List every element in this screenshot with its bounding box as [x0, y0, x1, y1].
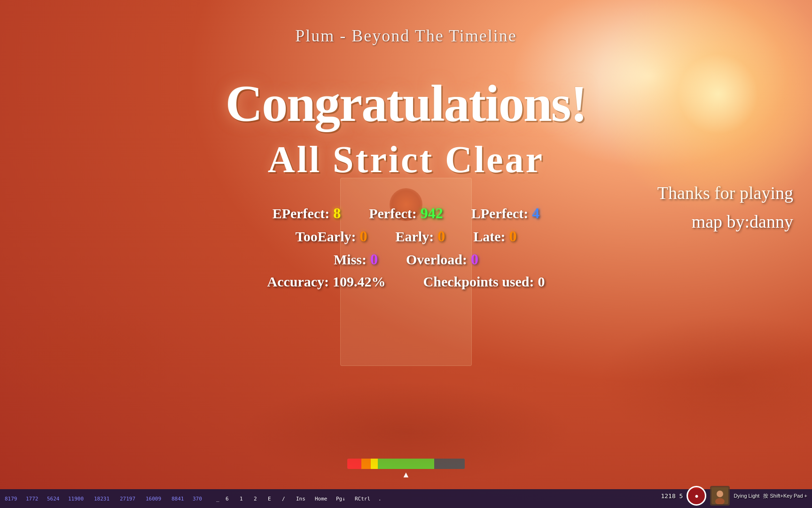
song-title: Plum - Beyond The Timeline — [295, 26, 516, 46]
kb-num-6: 27197 — [120, 496, 146, 502]
keyboard-numbers-row: 8179 1772 5624 11900 18231 27197 16009 8… — [5, 496, 211, 502]
lperfect-label: LPerfect: — [471, 206, 529, 222]
early-label: Early: — [395, 229, 434, 245]
late-value: 0 — [509, 228, 516, 245]
kb-key-home: Home — [315, 496, 336, 502]
overload-stat: Overload: 0 — [406, 251, 478, 268]
score-display: 1218 5 — [661, 492, 683, 500]
kb-key-dot: . — [378, 496, 385, 502]
tooearly-label: TooEarly: — [296, 229, 356, 245]
keyboard-keys-row: _ 6 1 2 E / Ins Home Pg↓ RCtrl . — [216, 496, 385, 502]
checkpoints-value: 0 — [538, 274, 545, 290]
kb-key-slash: / — [282, 496, 296, 502]
kb-key-6: 6 — [226, 496, 240, 502]
kb-key-pgdn: Pg↓ — [336, 496, 355, 502]
avatar-icon — [711, 487, 728, 504]
kb-key-1: 1 — [240, 496, 254, 502]
kb-key-rctrl: RCtrl — [355, 496, 378, 502]
eperfect-value: 8 — [333, 205, 341, 222]
kb-num-7: 16009 — [146, 496, 172, 502]
accuracy-row: Accuracy: 109.42% Checkpoints used: 0 — [267, 274, 545, 290]
stats-row-3: Miss: 0 Overload: 0 — [334, 251, 478, 268]
svg-point-1 — [717, 491, 723, 497]
kb-num-5: 18231 — [94, 496, 120, 502]
kb-num-8: 8841 — [172, 496, 193, 502]
clear-type-text: All Strict Clear — [268, 138, 544, 181]
perfect-value: 942 — [421, 205, 443, 222]
early-stat: Early: 0 — [395, 228, 445, 245]
avatar-box — [710, 486, 730, 506]
perfect-stat: Perfect: 942 — [369, 205, 443, 222]
miss-value: 0 — [370, 251, 378, 268]
kb-num-1: 8179 — [5, 496, 26, 502]
kb-key-2: 2 — [254, 496, 268, 502]
late-label: Late: — [473, 229, 505, 245]
kb-key-ins: Ins — [296, 496, 315, 502]
accuracy-stat: Accuracy: 109.42% — [267, 274, 386, 290]
content: Plum - Beyond The Timeline Congratulatio… — [0, 0, 812, 508]
stats-container: EPerfect: 8 Perfect: 942 LPerfect: 4 Too… — [267, 205, 545, 290]
checkpoints-stat: Checkpoints used: 0 — [423, 274, 545, 290]
accuracy-label: Accuracy: — [267, 274, 329, 290]
kb-num-4: 11900 — [68, 496, 94, 502]
congratulations-text: Congratulations! — [226, 74, 587, 134]
eperfect-label: EPerfect: — [273, 206, 330, 222]
overload-label: Overload: — [406, 252, 467, 268]
stats-row-2: TooEarly: 0 Early: 0 Late: 0 — [296, 228, 517, 245]
kb-key-underscore: _ — [216, 496, 226, 502]
overload-value: 0 — [471, 251, 478, 268]
checkpoints-label: Checkpoints used: — [423, 274, 534, 290]
miss-label: Miss: — [334, 252, 367, 268]
perfect-label: Perfect: — [369, 206, 417, 222]
kb-num-3: 5624 — [47, 496, 68, 502]
kb-num-9: 370 — [193, 496, 211, 502]
lperfect-stat: LPerfect: 4 — [471, 205, 540, 222]
tooearly-value: 0 — [359, 228, 367, 245]
eperfect-stat: EPerfect: 8 — [273, 205, 341, 222]
circle-indicator: ● — [687, 486, 706, 506]
brightness-label: Dying Light — [734, 493, 759, 499]
accuracy-value: 109.42% — [333, 274, 386, 290]
stats-row-1: EPerfect: 8 Perfect: 942 LPerfect: 4 — [273, 205, 540, 222]
miss-stat: Miss: 0 — [334, 251, 378, 268]
kb-key-e: E — [268, 496, 282, 502]
tooearly-stat: TooEarly: 0 — [296, 228, 367, 245]
lperfect-value: 4 — [532, 205, 539, 222]
late-stat: Late: 0 — [473, 228, 516, 245]
early-value: 0 — [437, 228, 445, 245]
kb-num-2: 1772 — [26, 496, 47, 502]
shortcut-hint: 按 Shift+Key Pad + — [763, 492, 807, 500]
hud-bottom-right: 1218 5 ● Dying Light 按 Shift+Key Pad + — [661, 486, 807, 506]
